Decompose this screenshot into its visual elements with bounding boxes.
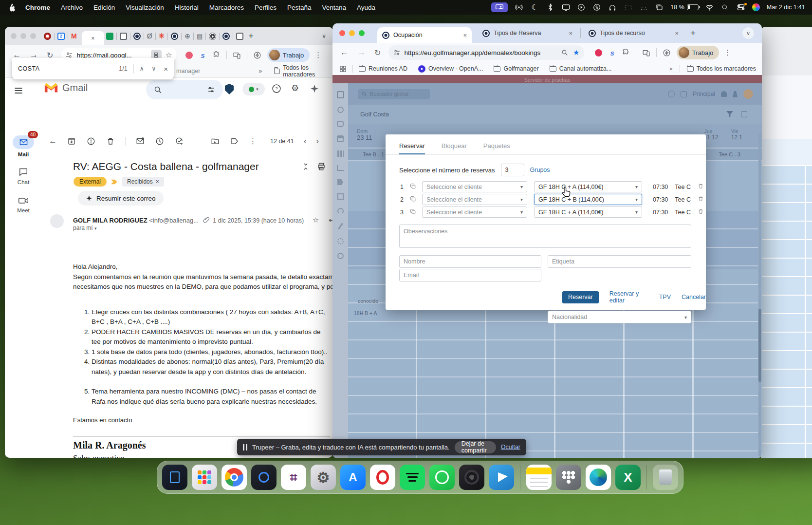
gm-address-bar[interactable]: https://eu.golfmanager.app/demoalex/book… [388, 45, 584, 60]
wifi-icon[interactable] [705, 3, 714, 11]
search-icon[interactable] [154, 86, 162, 94]
help-icon[interactable]: ? [272, 84, 281, 94]
site-settings-icon[interactable] [66, 52, 73, 58]
recipient[interactable]: para mí [73, 225, 93, 231]
dock-whatsapp-icon[interactable] [429, 465, 455, 490]
more-options-icon[interactable]: ⋮ [249, 137, 257, 146]
sender-name[interactable]: GOLF MILA RODRIGUEZ [73, 217, 148, 224]
zoom-window-button[interactable] [359, 30, 365, 36]
user-avatar[interactable] [743, 89, 753, 99]
menu-item[interactable]: Edición [93, 4, 115, 11]
gmail-search-bar[interactable] [146, 80, 223, 99]
focus-moon-icon[interactable]: ☾ [530, 3, 539, 11]
ext-stripe-icon[interactable]: s [610, 49, 614, 57]
browser-menu-icon[interactable]: ⋮ [314, 51, 322, 59]
profile-chip[interactable]: Trabajo [677, 46, 720, 59]
dock-keypad-app-icon[interactable] [556, 465, 581, 490]
bookmark-item[interactable]: Overview - OpenA... [428, 65, 483, 72]
stage-manager-icon[interactable] [639, 3, 648, 11]
count-input[interactable] [501, 164, 524, 176]
tab-slashed-icon[interactable]: Ø [147, 32, 152, 40]
menu-item[interactable]: Ayuda [357, 4, 375, 11]
sparkle-icon[interactable] [310, 84, 319, 94]
move-to-icon[interactable] [210, 136, 220, 146]
ext-lightning-icon[interactable] [663, 49, 671, 57]
ext-pink-icon[interactable] [185, 52, 193, 59]
rail-wand-icon[interactable] [337, 223, 343, 229]
duplicate-row-icon[interactable] [410, 195, 416, 204]
delete-row-icon[interactable] [698, 208, 704, 217]
menu-item[interactable]: Archivo [61, 4, 83, 11]
modal-tab-reservar[interactable]: Reservar [399, 142, 425, 154]
dock-telegram-icon[interactable] [489, 465, 514, 490]
rail-tag-icon[interactable] [337, 179, 343, 185]
gm-tab-2[interactable]: Tipos de Reserva × [478, 30, 577, 37]
add-to-tasks-icon[interactable] [174, 136, 184, 146]
menu-item[interactable]: Ventana [322, 4, 346, 11]
extensions-puzzle-icon[interactable] [622, 49, 630, 57]
airplay-status-icon[interactable] [515, 3, 523, 11]
dock-settings-icon[interactable]: ⚙ [311, 465, 336, 490]
rail-sales-icon[interactable] [337, 121, 344, 127]
menu-app-name[interactable]: Chrome [25, 4, 50, 11]
modal-tab-paquetes[interactable]: Paquetes [483, 142, 510, 154]
bookmark-item[interactable]: Reuniones AD [369, 65, 407, 72]
close-tab-icon[interactable]: × [675, 30, 679, 37]
find-next-icon[interactable]: ∨ [151, 65, 156, 72]
newer-email-icon[interactable]: ‹ [304, 136, 307, 146]
gift-icon[interactable] [681, 91, 687, 97]
external-label[interactable]: External [74, 177, 107, 187]
dock-appstore-icon[interactable]: A [340, 465, 366, 490]
snooze-icon[interactable] [155, 136, 165, 146]
day-header-right2[interactable]: Vie [731, 128, 742, 134]
client-select[interactable]: Seleccione el cliente▾ [422, 194, 527, 205]
close-window-button[interactable] [11, 33, 17, 39]
tab-record-icon[interactable] [44, 33, 51, 40]
labels-icon[interactable] [230, 136, 240, 146]
report-spam-icon[interactable] [86, 136, 96, 146]
dock-recorder-icon[interactable] [459, 465, 484, 490]
labs-icon[interactable] [733, 91, 738, 97]
rail-help-icon[interactable] [337, 253, 344, 259]
ext-lightning-icon[interactable] [253, 51, 261, 59]
menu-item[interactable]: Historial [175, 4, 199, 11]
details-chevron-icon[interactable]: ▾ [94, 226, 97, 231]
dock-excel-icon[interactable]: X [615, 465, 641, 490]
rail-customers-icon[interactable] [337, 107, 344, 113]
help-circle-icon[interactable] [668, 91, 675, 97]
rate-select[interactable]: GF 18H C + A (114,00€)▾ [534, 181, 642, 192]
tab-golfmanager3-icon[interactable] [222, 33, 230, 40]
mark-unread-icon[interactable] [135, 136, 145, 146]
dock-spotify-icon[interactable] [400, 465, 425, 490]
client-select[interactable]: Seleccione el cliente▾ [422, 206, 527, 218]
client-select[interactable]: Seleccione el cliente▾ [422, 181, 527, 192]
older-email-icon[interactable]: › [316, 136, 319, 146]
tab-app1-icon[interactable] [120, 33, 127, 40]
menu-item[interactable]: Pestaña [287, 4, 312, 11]
hide-bar-link[interactable]: Ocultar [501, 444, 520, 450]
delete-icon[interactable] [106, 136, 115, 146]
rail-grid-icon[interactable] [337, 150, 344, 157]
day-header-left-num[interactable]: 23 11 [357, 134, 372, 141]
collapse-icon[interactable] [301, 162, 311, 171]
screen-sharing-status-icon[interactable] [491, 2, 508, 12]
minimize-window-button[interactable] [20, 33, 26, 39]
grupos-link[interactable]: Grupos [530, 167, 550, 173]
tab-globe-icon[interactable]: ⊕ [185, 32, 190, 40]
page-scrollbar[interactable] [758, 133, 761, 456]
tab-golfmanager2-icon[interactable] [171, 33, 178, 40]
summarize-button[interactable]: Resumir este correo [78, 191, 164, 206]
tee-column-header[interactable]: Tee B - 1 [363, 151, 384, 157]
close-tab-icon[interactable]: × [463, 32, 467, 39]
archive-icon[interactable] [67, 136, 76, 146]
menubar-clock[interactable]: Mar 2 dic 1:41 [767, 4, 805, 11]
rail-menu-icon[interactable] [337, 91, 344, 98]
extensions-puzzle-icon[interactable] [212, 51, 221, 59]
pause-icon[interactable] [243, 444, 247, 450]
row-tee[interactable]: Tee C [675, 184, 691, 190]
tab-search-chevron[interactable]: ∨ [742, 27, 754, 39]
etiqueta-input[interactable] [548, 255, 691, 268]
browser-menu-icon[interactable]: ⋮ [724, 48, 731, 57]
gmail-window-controls[interactable] [11, 33, 36, 39]
shield-extension-icon[interactable] [225, 84, 234, 94]
